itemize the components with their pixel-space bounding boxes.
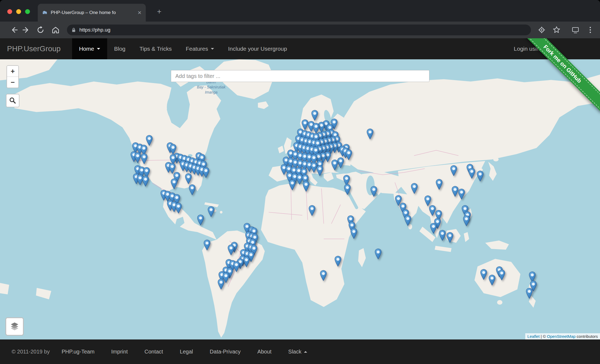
map-marker[interactable] [477,171,484,182]
map-marker[interactable] [367,129,373,140]
map-marker[interactable] [351,228,357,239]
url-text: https://php.ug [79,27,110,33]
layers-icon [9,321,20,332]
browser-tab[interactable]: PHP-UserGroup – One home fo × [38,4,146,22]
map-search-button[interactable] [6,94,19,107]
zoom-in-button[interactable]: + [7,66,18,77]
nav-item-label: Home [79,46,94,52]
send-to-device-icon[interactable] [571,25,580,35]
map-marker[interactable] [480,269,487,280]
tag-filter-input[interactable] [171,70,429,82]
reload-icon[interactable] [36,25,45,35]
map-marker[interactable] [439,230,446,241]
map-marker[interactable] [375,249,381,260]
map-marker[interactable] [233,261,240,272]
site-footer: © 2011-2019 by PHP.ug-TeamImprintContact… [0,339,600,364]
footer-link-contact[interactable]: Contact [144,349,163,355]
zoom-out-button[interactable]: − [7,77,18,88]
tab-close-icon[interactable]: × [138,9,141,16]
map-marker[interactable] [202,167,209,178]
map-marker[interactable] [436,179,443,190]
map-marker[interactable] [189,184,195,195]
browser-window: PHP-UserGroup – One home fo × + https://… [0,0,600,364]
map-marker[interactable] [447,232,453,243]
map-marker[interactable] [243,256,250,267]
map-marker[interactable] [311,110,318,121]
close-window-button[interactable] [7,9,12,14]
caret-down-icon [211,48,214,50]
map-marker[interactable] [310,162,317,173]
map-marker[interactable] [430,223,437,234]
footer-link-about[interactable]: About [257,349,272,355]
map-marker[interactable] [469,168,475,179]
map-container[interactable]: BaffinBay - SaknirutiakImanga + − Leafle… [0,59,600,339]
new-tab-button[interactable]: + [154,7,164,17]
footer-link-imprint[interactable]: Imprint [111,349,128,355]
map-marker[interactable] [134,152,141,163]
nav-item-label: Features [186,46,208,52]
footer-link-php-ug-team[interactable]: PHP.ug-Team [62,349,94,355]
map-marker[interactable] [175,203,182,214]
maximize-window-button[interactable] [25,9,30,14]
footer-link-legal[interactable]: Legal [180,349,193,355]
map-marker[interactable] [171,178,178,189]
layers-control[interactable] [5,317,24,336]
map-marker[interactable] [405,215,411,226]
map-marker[interactable] [371,186,377,197]
map-marker[interactable] [345,149,352,160]
address-bar[interactable]: https://php.ug [67,25,531,35]
map-marker[interactable] [309,205,315,216]
map-marker[interactable] [526,288,533,299]
map-marker[interactable] [185,173,192,184]
nav-item-home[interactable]: Home [72,38,107,59]
browser-menu-icon[interactable] [585,25,595,35]
map-markers [0,59,600,339]
nav-item-include-your-usergroup[interactable]: Include your Usergroup [221,38,294,59]
home-icon[interactable] [51,25,60,35]
browser-tabstrip: PHP-UserGroup – One home fo × + [0,0,600,22]
search-icon [9,97,16,104]
caret-down-icon [97,48,100,50]
map-marker[interactable] [218,279,225,290]
osm-link[interactable]: OpenStreetMap [547,334,576,339]
map-marker[interactable] [289,180,296,191]
map-marker[interactable] [452,186,458,197]
map-marker[interactable] [463,215,470,226]
map-marker[interactable] [208,206,215,217]
map-marker[interactable] [429,205,436,216]
tab-title: PHP-UserGroup – One home fo [51,10,135,15]
nav-item-blog[interactable]: Blog [107,38,133,59]
minimize-window-button[interactable] [16,9,21,14]
map-marker[interactable] [411,183,418,194]
nav-item-tips-tricks[interactable]: Tips & Tricks [133,38,179,59]
map-marker[interactable] [228,245,235,256]
location-target-icon[interactable] [537,25,547,35]
footer-link-slack[interactable]: Slack [288,349,307,355]
back-icon[interactable] [10,25,19,35]
browser-toolbar: https://php.ug [0,22,600,38]
map-marker[interactable] [331,160,338,171]
leaflet-link[interactable]: Leaflet [527,334,540,339]
bookmark-star-icon[interactable] [552,25,561,35]
map-marker[interactable] [344,184,351,195]
map-marker[interactable] [142,176,149,187]
nav-item-features[interactable]: Features [179,38,221,59]
brand-link[interactable]: PHP.UserGroup [7,44,61,53]
map-marker[interactable] [337,157,344,168]
map-marker[interactable] [204,239,210,250]
footer-link-data-privacy[interactable]: Data-Privacy [210,349,240,355]
map-marker[interactable] [320,270,327,281]
map-marker[interactable] [334,256,341,267]
attribution-separator: | © [540,334,547,339]
map-marker[interactable] [197,215,204,226]
map-marker[interactable] [498,270,505,281]
forward-icon[interactable] [21,25,30,35]
map-marker[interactable] [303,181,310,192]
lock-icon [71,27,77,33]
map-marker[interactable] [141,153,148,164]
map-marker[interactable] [317,165,323,176]
map-marker[interactable] [450,165,457,176]
map-marker[interactable] [489,275,496,286]
attribution-suffix: contributors [575,334,598,339]
map-marker[interactable] [458,189,465,200]
